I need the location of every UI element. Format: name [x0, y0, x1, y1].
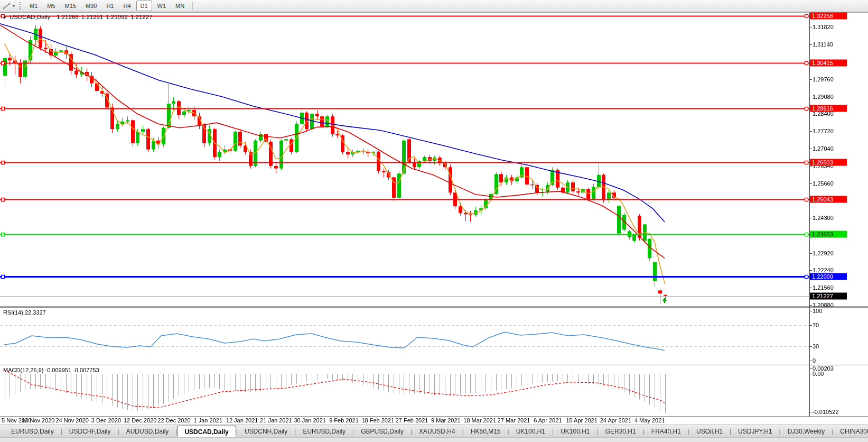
draw-tool-dropdown-caret[interactable]: ▾ — [13, 4, 15, 8]
panel-resize-handle-rsi[interactable] — [0, 305, 809, 308]
ohlc-high: 1.21291 — [81, 14, 104, 20]
chart-tab-gbpusd-daily[interactable]: GBPUSD,Daily — [354, 425, 410, 437]
chart-tab-eurusd-daily[interactable]: EURUSD,Daily — [4, 425, 61, 437]
chart-tab-usdjpy-h1[interactable]: USDJPY,H1 — [731, 425, 779, 437]
timeframe-button-d1[interactable]: D1 — [136, 1, 152, 11]
chart-tab-china300-h1[interactable]: CHINA300,H1 — [833, 425, 868, 437]
chart-tab-list: EURUSD,Daily|USDCHF,Daily|AUDUSD,Daily|U… — [4, 425, 868, 437]
draw-tool-button[interactable]: ▾ — [0, 2, 17, 10]
toolbar-separator — [192, 2, 193, 10]
toolbar-grip[interactable] — [19, 2, 21, 10]
ohlc-close: 1.21227 — [130, 14, 153, 20]
chart-tab-hk50-m15[interactable]: HK50,M15 — [464, 425, 508, 437]
chart-tab-usdcad-daily[interactable]: USDCAD,Daily — [177, 426, 236, 437]
chart-tab-uk100-h1[interactable]: UK100,H1 — [554, 425, 596, 437]
chart-symbol-period: USDCAD,Daily — [10, 14, 50, 20]
timeframe-button-group: M1M5M15M30H1H4D1W1MN — [25, 1, 189, 11]
chart-tab-xauusd-h4[interactable]: XAUUSD,H4 — [412, 425, 462, 437]
symbol-info-collapse-icon[interactable]: ▼ — [3, 15, 7, 20]
timeframe-button-h4[interactable]: H4 — [119, 1, 135, 11]
chart-info-line: ▼USDCAD,Daily1.212661.212911.210921.2122… — [3, 14, 155, 20]
chart-tab-usoil-h1[interactable]: USOil,H1 — [689, 425, 730, 437]
chart-tab-usdchf-daily[interactable]: USDCHF,Daily — [62, 425, 118, 437]
chart-tab-ger30-h1[interactable]: GER30,H1 — [599, 425, 643, 437]
ohlc-open: 1.21266 — [57, 14, 79, 20]
chart-tab-dj30-weekly[interactable]: DJ30,Weekly — [781, 425, 832, 437]
panel-resize-handle-macd[interactable] — [0, 363, 809, 366]
chart-tab-usdcnh-daily[interactable]: USDCNH,Daily — [238, 425, 294, 437]
timeframe-toolbar: ▾ M1M5M15M30H1H4D1W1MN — [0, 0, 868, 12]
timeframe-button-m1[interactable]: M1 — [25, 1, 42, 11]
trading-app-window: ▾ M1M5M15M30H1H4D1W1MN ▼USDCAD,Daily1.21… — [0, 0, 868, 442]
trendline-tool-icon — [2, 2, 12, 10]
timeframe-button-w1[interactable]: W1 — [153, 1, 171, 11]
timeframe-button-mn[interactable]: MN — [171, 1, 189, 11]
chart-tab-audusd-daily[interactable]: AUDUSD,Daily — [119, 425, 176, 437]
chart-tab-uk100-h1[interactable]: UK100,H1 — [509, 425, 552, 437]
timeframe-button-m15[interactable]: M15 — [61, 1, 80, 11]
timeframe-button-m5[interactable]: M5 — [43, 1, 59, 11]
chart-tab-eurusd-daily[interactable]: EURUSD,Daily — [296, 425, 352, 437]
ohlc-low: 1.21092 — [106, 14, 128, 20]
chart-tab-fra40-h1[interactable]: FRA40,H1 — [645, 425, 688, 437]
status-strip — [0, 437, 868, 442]
timeframe-button-h1[interactable]: H1 — [102, 1, 118, 11]
timeframe-button-m30[interactable]: M30 — [81, 1, 101, 11]
chart-tab-bar: EURUSD,Daily|USDCHF,Daily|AUDUSD,Daily|U… — [0, 425, 868, 437]
